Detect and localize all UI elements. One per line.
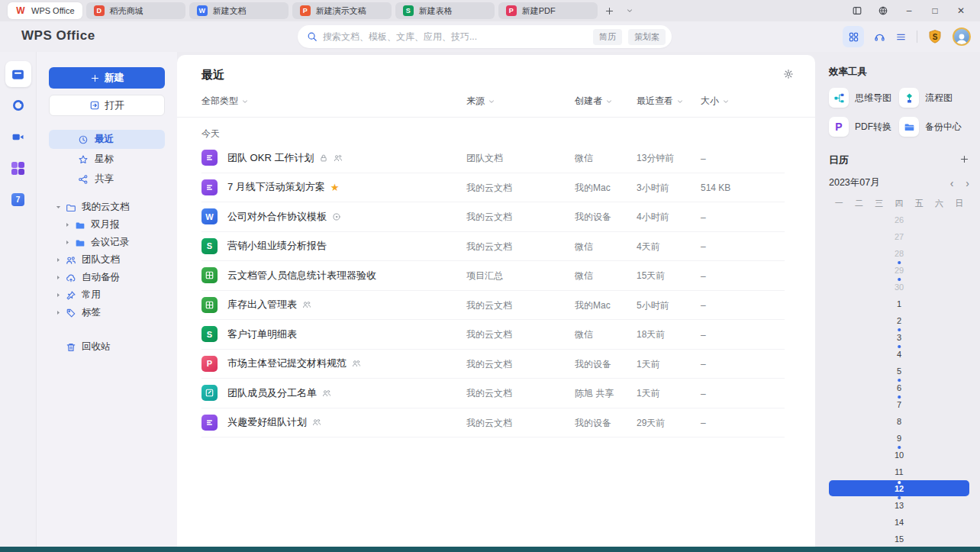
menu-button[interactable]: [895, 31, 907, 43]
filter-all-types[interactable]: 全部类型: [201, 95, 466, 108]
calendar-day[interactable]: 30: [829, 279, 969, 295]
rail-item-meeting[interactable]: [5, 124, 31, 150]
tree-item-frequent[interactable]: 常用: [49, 286, 165, 304]
file-row[interactable]: 团队 OKR 工作计划团队文档微信13分钟前–: [201, 144, 785, 173]
tree-item-tags[interactable]: 标签: [49, 304, 165, 321]
calendar-day[interactable]: 8: [829, 413, 969, 429]
calendar-title: 日历: [829, 153, 849, 167]
filter-size[interactable]: 大小: [701, 95, 785, 108]
calendar-day[interactable]: 4: [829, 346, 969, 362]
calendar-day[interactable]: 7: [829, 396, 969, 412]
global-search[interactable]: 简历 策划案: [298, 25, 672, 48]
new-tab-button[interactable]: [602, 3, 617, 18]
tree-item-auto-backup[interactable]: 自动备份: [49, 269, 165, 286]
tool-mindmap[interactable]: 思维导图: [829, 88, 899, 108]
minimize-button[interactable]: –: [902, 4, 916, 18]
sidebar-item-recent[interactable]: 最近: [49, 130, 165, 149]
rail-item-calendar[interactable]: 7: [5, 186, 31, 212]
search-input[interactable]: [323, 31, 587, 42]
tool-pdf-convert[interactable]: PPDF转换: [829, 117, 899, 137]
filter-source[interactable]: 来源: [466, 95, 575, 108]
file-row[interactable]: W公司对外合作协议模板我的云文档我的设备4小时前–: [201, 202, 785, 232]
file-row[interactable]: S客户订单明细表我的云文档微信18天前–: [201, 320, 785, 350]
caret-right-icon[interactable]: [61, 239, 73, 246]
calendar-day[interactable]: 27: [829, 228, 969, 244]
calendar-next-button[interactable]: ›: [965, 178, 969, 189]
caret-right-icon[interactable]: [52, 309, 64, 316]
side-panel-toggle-button[interactable]: [850, 4, 864, 18]
rail-item-schedule[interactable]: [5, 92, 31, 118]
globe-icon: [878, 5, 888, 16]
caret-right-icon[interactable]: [52, 292, 64, 299]
filter-creator[interactable]: 创建者: [575, 95, 637, 108]
calendar-day[interactable]: 12: [829, 480, 969, 496]
file-type-icon-sheet: S: [201, 326, 218, 342]
search-suggestion-chip[interactable]: 简历: [593, 29, 622, 45]
app-tab[interactable]: WWPS Office: [8, 2, 82, 19]
rail-item-apps[interactable]: [5, 155, 31, 181]
documents-icon: [11, 67, 25, 82]
file-size: –: [701, 269, 785, 282]
vip-membership-button[interactable]: S: [927, 29, 943, 44]
sidebar-item-label: 星标: [95, 153, 114, 166]
open-file-button[interactable]: 打开: [49, 95, 165, 116]
calendar-day[interactable]: 10: [829, 447, 969, 463]
calendar-day[interactable]: 9: [829, 430, 969, 446]
app-tab[interactable]: P新建演示文稿: [292, 2, 392, 19]
calendar-day[interactable]: 2: [829, 312, 969, 328]
apps-grid-button[interactable]: [843, 26, 864, 47]
calendar-widget: 日历 2023年07月 ‹ › 一二三四五六日 2627282930123456…: [829, 153, 969, 552]
sidebar-item-trash[interactable]: 回收站: [49, 338, 165, 356]
calendar-day[interactable]: 15: [829, 531, 969, 547]
calendar-day[interactable]: 26: [829, 211, 969, 228]
tool-backup-folder[interactable]: 备份中心: [899, 117, 969, 137]
file-row[interactable]: 库存出入管理表我的云文档我的Mac5小时前–: [201, 291, 785, 321]
add-event-button[interactable]: [959, 154, 969, 166]
calendar-day[interactable]: 3: [829, 329, 969, 345]
app-tab[interactable]: S新建表格: [395, 2, 495, 19]
caret-right-icon[interactable]: [61, 221, 73, 228]
globe-button[interactable]: [876, 4, 890, 18]
calendar-day[interactable]: 28: [829, 245, 969, 261]
caret-down-icon[interactable]: [52, 204, 64, 211]
rail-item-documents[interactable]: [5, 61, 31, 87]
calendar-day[interactable]: 5: [829, 363, 969, 379]
support-button[interactable]: [874, 31, 885, 43]
file-row[interactable]: 兴趣爱好组队计划我的云文档我的设备29天前–: [201, 408, 785, 438]
calendar-day[interactable]: 14: [829, 514, 969, 530]
app-tab[interactable]: P新建PDF: [498, 2, 598, 19]
calendar-day[interactable]: 13: [829, 497, 969, 513]
filter-last-viewed[interactable]: 最近查看: [637, 95, 701, 108]
file-row[interactable]: S营销小组业绩分析报告我的云文档微信4天前–: [201, 232, 785, 262]
sidebar-item-starred[interactable]: 星标: [49, 150, 165, 169]
search-suggestion-chip[interactable]: 策划案: [628, 29, 666, 45]
caret-right-icon[interactable]: [52, 257, 64, 263]
file-row[interactable]: P市场主体登记提交材料规范我的云文档我的设备1天前–: [201, 350, 785, 379]
calendar-prev-button[interactable]: ‹: [950, 178, 954, 189]
tree-item-meeting-notes[interactable]: 会议记录: [49, 234, 165, 251]
plus-icon: [90, 73, 100, 83]
sidebar-item-shared[interactable]: 共享: [49, 169, 165, 189]
tree-item-my-cloud-docs[interactable]: 我的云文档: [49, 199, 165, 216]
calendar-day[interactable]: 11: [829, 463, 969, 479]
file-row[interactable]: 云文档管人员信息统计表理器验收项目汇总微信15天前–: [201, 261, 785, 291]
tab-list-chevron-button[interactable]: [622, 3, 637, 18]
calendar-day[interactable]: 6: [829, 379, 969, 395]
file-row[interactable]: 7 月线下活动策划方案★我的云文档我的Mac3小时前514 KB: [201, 173, 785, 203]
tree-item-team-docs[interactable]: 团队文档: [49, 251, 165, 269]
app-tab[interactable]: D稻壳商城: [86, 2, 185, 19]
app-tab[interactable]: W新建文档: [189, 2, 289, 19]
file-row[interactable]: 团队成员及分工名单我的云文档陈旭 共享1天前–: [201, 379, 785, 408]
gear-icon: [783, 69, 794, 79]
new-document-button[interactable]: 新建: [49, 67, 165, 89]
maximize-button[interactable]: □: [928, 4, 942, 18]
caret-right-icon[interactable]: [52, 274, 64, 281]
calendar-day[interactable]: 29: [829, 262, 969, 278]
calendar-day[interactable]: 1: [829, 295, 969, 312]
user-avatar[interactable]: [953, 27, 971, 46]
tree-item-bimonthly-report[interactable]: 双月报: [49, 216, 165, 234]
settings-gear-button[interactable]: [783, 69, 794, 82]
close-button[interactable]: ✕: [954, 4, 968, 18]
tool-flowchart[interactable]: 流程图: [899, 88, 969, 108]
weekday-label: 四: [889, 198, 909, 209]
